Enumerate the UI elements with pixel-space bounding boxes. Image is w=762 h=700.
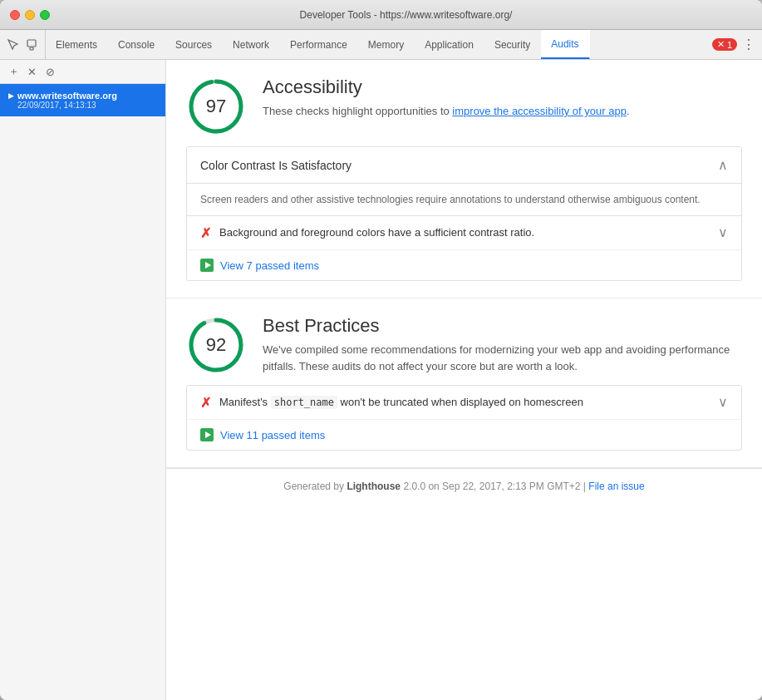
traffic-lights — [10, 10, 50, 20]
audit-item-manifest: ✗ Manifest's short_name won't be truncat… — [187, 386, 741, 420]
sidebar-item-content: www.writesoftware.org 22/09/2017, 14:13:… — [17, 91, 117, 110]
tab-audits[interactable]: Audits — [541, 30, 589, 59]
passed-text: View 7 passed items — [220, 259, 319, 272]
toolbar: Elements Console Sources Network Perform… — [0, 30, 762, 60]
category-description: Screen readers and other assistive techn… — [187, 184, 741, 216]
lighthouse-brand: Lighthouse — [347, 481, 401, 492]
best-practices-header: 92 Best Practices We've compiled some re… — [186, 315, 742, 375]
accessibility-description: These checks highlight opportunities to … — [263, 103, 630, 120]
chevron-up-icon[interactable]: ∧ — [718, 157, 728, 173]
accessibility-header: 97 Accessibility These checks highlight … — [186, 76, 742, 136]
content-panel: 97 Accessibility These checks highlight … — [166, 60, 762, 700]
more-options-icon[interactable]: ⋮ — [742, 37, 755, 52]
tab-performance[interactable]: Performance — [280, 30, 358, 59]
audit-footer: Generated by Lighthouse 2.0.0 on Sep 22,… — [166, 468, 762, 504]
add-icon[interactable]: ＋ — [7, 65, 20, 78]
devtools-panel: Elements Console Sources Network Perform… — [0, 30, 762, 700]
title-bar: Developer Tools - https://www.writesoftw… — [0, 0, 762, 30]
window-title: Developer Tools - https://www.writesoftw… — [60, 9, 752, 21]
play-icon — [200, 428, 214, 441]
maximize-button[interactable] — [40, 10, 50, 20]
sidebar-toolbar: ＋ ✕ ⊘ — [0, 60, 165, 84]
tab-console[interactable]: Console — [108, 30, 165, 59]
category-title: Color Contrast Is Satisfactory — [200, 159, 352, 172]
tab-network[interactable]: Network — [223, 30, 280, 59]
inspect-icon[interactable] — [7, 38, 20, 52]
fail-icon: ✗ — [200, 225, 211, 241]
tab-memory[interactable]: Memory — [358, 30, 415, 59]
best-practices-title-block: Best Practices We've compiled some recom… — [263, 315, 742, 374]
block-icon[interactable]: ⊘ — [43, 65, 57, 78]
color-contrast-block: Color Contrast Is Satisfactory ∧ Screen … — [186, 146, 742, 281]
audit-item-left: ✗ Manifest's short_name won't be truncat… — [200, 394, 718, 411]
tab-security[interactable]: Security — [484, 30, 541, 59]
fail-icon: ✗ — [200, 395, 211, 411]
file-issue-link[interactable]: File an issue — [588, 481, 644, 492]
best-practices-title: Best Practices — [263, 315, 742, 337]
error-badge: ✕ 1 — [712, 38, 737, 51]
best-practices-score-circle: 92 — [186, 315, 246, 375]
close-icon[interactable]: ✕ — [25, 65, 38, 78]
svg-rect-1 — [30, 47, 33, 50]
category-header[interactable]: Color Contrast Is Satisfactory ∧ — [187, 147, 741, 184]
toolbar-right: ✕ 1 ⋮ — [705, 30, 762, 59]
close-button[interactable] — [10, 10, 20, 20]
accessibility-section: 97 Accessibility These checks highlight … — [166, 60, 762, 298]
audit-item-text: Background and foreground colors have a … — [219, 224, 534, 241]
play-icon — [200, 259, 214, 272]
tab-list: Elements Console Sources Network Perform… — [46, 30, 590, 59]
device-icon[interactable] — [25, 38, 38, 52]
chevron-down-icon[interactable]: ∨ — [718, 394, 728, 410]
tab-sources[interactable]: Sources — [165, 30, 223, 59]
accessibility-score-circle: 97 — [186, 76, 246, 136]
passed-text: View 11 passed items — [220, 429, 325, 441]
audit-item-text: Manifest's short_name won't be truncated… — [219, 394, 583, 411]
view-passed-accessibility[interactable]: View 7 passed items — [187, 250, 741, 280]
tab-elements[interactable]: Elements — [46, 30, 108, 59]
best-practices-block: ✗ Manifest's short_name won't be truncat… — [186, 385, 742, 451]
tab-application[interactable]: Application — [415, 30, 484, 59]
view-passed-best-practices[interactable]: View 11 passed items — [187, 420, 741, 450]
audit-item-contrast: ✗ Background and foreground colors have … — [187, 216, 741, 250]
sidebar-audit-item[interactable]: ▶ www.writesoftware.org 22/09/2017, 14:1… — [0, 84, 165, 116]
toolbar-icons — [0, 30, 46, 59]
best-practices-section: 92 Best Practices We've compiled some re… — [166, 298, 762, 468]
minimize-button[interactable] — [25, 10, 35, 20]
chevron-down-icon[interactable]: ∨ — [718, 224, 728, 240]
accessibility-link[interactable]: improve the accessibility of your app — [452, 105, 627, 117]
accessibility-title: Accessibility — [263, 76, 630, 98]
arrow-icon: ▶ — [8, 91, 14, 100]
accessibility-title-block: Accessibility These checks highlight opp… — [263, 76, 630, 120]
audit-item-left: ✗ Background and foreground colors have … — [200, 224, 718, 241]
sidebar: ＋ ✕ ⊘ ▶ www.writesoftware.org 22/09/2017… — [0, 60, 166, 700]
browser-window: Developer Tools - https://www.writesoftw… — [0, 0, 762, 700]
main-area: ＋ ✕ ⊘ ▶ www.writesoftware.org 22/09/2017… — [0, 60, 762, 700]
svg-rect-0 — [27, 40, 36, 47]
best-practices-description: We've compiled some recommendations for … — [263, 342, 742, 374]
